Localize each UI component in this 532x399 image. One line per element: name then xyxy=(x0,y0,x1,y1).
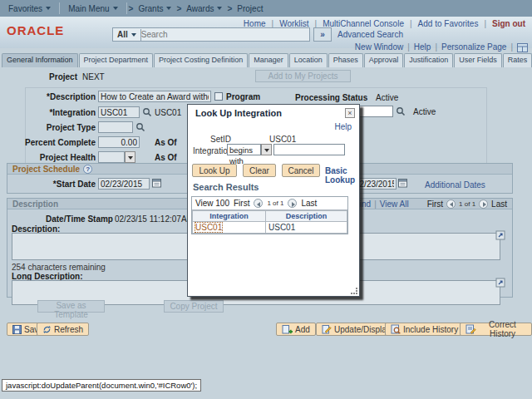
pager-count: 1 of 1 xyxy=(459,200,475,208)
tab-approval[interactable]: Approval xyxy=(364,53,404,67)
add-to-my-projects-button[interactable]: Add to My Projects xyxy=(255,70,351,82)
percent-complete-field[interactable] xyxy=(98,136,140,148)
project-schedule-title: Project Schedule xyxy=(12,165,80,174)
correct-history-button[interactable]: Correct History xyxy=(460,323,532,336)
result-integration-link[interactable]: USC01 xyxy=(195,223,222,232)
integration-field[interactable] xyxy=(98,106,140,118)
tab-location[interactable]: Location xyxy=(289,53,328,67)
column-header-description[interactable]: Description xyxy=(266,211,347,222)
view-all-link[interactable]: View All xyxy=(380,200,409,209)
search-go-icon[interactable]: » xyxy=(313,27,332,42)
prev-page-icon[interactable] xyxy=(254,199,263,208)
as-of-label: As Of xyxy=(155,153,177,162)
end-date-calendar-icon[interactable] xyxy=(398,178,407,188)
breadcrumb-awards[interactable]: Awards xyxy=(183,0,225,17)
project-type-lookup-magnifier-icon[interactable] xyxy=(135,122,145,132)
breadcrumb-project[interactable]: Project xyxy=(234,0,266,17)
status-lookup-magnifier-icon[interactable] xyxy=(396,106,406,116)
caret-down-icon xyxy=(217,7,222,10)
tab-project-department[interactable]: Project Department xyxy=(79,53,154,67)
close-icon[interactable]: × xyxy=(345,108,355,118)
advanced-search-link[interactable]: Advanced Search xyxy=(337,30,403,39)
tab-phases[interactable]: Phases xyxy=(328,53,363,67)
additional-dates-link[interactable]: Additional Dates xyxy=(425,180,485,190)
correct-history-button-label: Correct History xyxy=(479,320,526,338)
breadcrumb-favorites[interactable]: Favorites xyxy=(0,0,59,17)
correct-history-icon xyxy=(466,324,476,334)
status-field[interactable] xyxy=(356,106,393,117)
tab-rates[interactable]: Rates xyxy=(503,53,532,67)
include-history-button-label: Include History xyxy=(403,325,458,334)
basic-lookup-link[interactable]: Basic Lookup xyxy=(325,166,359,185)
pager-count: 1 of 1 xyxy=(267,200,283,207)
save-as-template-button[interactable]: Save as Template xyxy=(37,300,105,313)
status-bar: javascript:doUpdateParent(document.win0,… xyxy=(2,379,201,392)
refresh-button[interactable]: Refresh xyxy=(37,323,89,336)
refresh-button-label: Refresh xyxy=(54,325,83,334)
integration-lookup-magnifier-icon[interactable] xyxy=(142,107,152,117)
include-history-button[interactable]: Include History xyxy=(385,323,464,336)
view-100-label[interactable]: View 100 xyxy=(195,199,229,208)
pager-last-label: Last xyxy=(301,199,317,208)
divider: | xyxy=(510,42,513,52)
table-row: USC01 USC01 xyxy=(193,222,347,234)
breadcrumb-separator: > xyxy=(225,4,234,13)
resize-handle[interactable] xyxy=(351,288,357,294)
cancel-button[interactable]: Cancel xyxy=(282,164,320,177)
breadcrumb-grants[interactable]: Grants xyxy=(135,0,175,17)
project-health-select[interactable] xyxy=(98,151,135,163)
start-date-field[interactable] xyxy=(98,178,150,190)
breadcrumb-grants-label: Grants xyxy=(138,4,163,13)
caret-down-icon[interactable] xyxy=(125,151,135,163)
breadcrumb-main-menu[interactable]: Main Menu xyxy=(60,0,126,17)
operator-select[interactable]: begins with xyxy=(227,144,272,155)
processing-status-value: Active xyxy=(376,93,398,102)
copy-project-button[interactable]: Copy Project xyxy=(164,300,224,313)
expand-icon[interactable] xyxy=(495,278,505,288)
divider: | xyxy=(407,42,410,52)
project-value: NEXT xyxy=(82,72,105,81)
grid-icon[interactable] xyxy=(517,42,528,52)
column-header-integration[interactable]: Integration xyxy=(193,211,266,222)
look-up-button[interactable]: Look Up xyxy=(192,164,237,177)
refresh-icon xyxy=(42,324,52,334)
next-page-icon[interactable] xyxy=(479,200,488,209)
search-scope-dropdown[interactable]: All xyxy=(113,30,140,39)
sign-out-link[interactable]: Sign out xyxy=(492,19,525,28)
add-icon xyxy=(282,324,293,334)
status-value: Active xyxy=(413,107,436,116)
tab-user-fields[interactable]: User Fields xyxy=(454,53,502,67)
modal-help-link[interactable]: Help xyxy=(334,122,352,131)
tab-general-information[interactable]: General Information xyxy=(2,53,78,67)
help-link[interactable]: Help xyxy=(414,42,431,52)
tab-justification[interactable]: Justification xyxy=(404,53,453,67)
start-date-calendar-icon[interactable] xyxy=(152,178,161,188)
tab-project-costing-definition[interactable]: Project Costing Definition xyxy=(154,53,248,67)
pager-first-label: First xyxy=(234,199,249,208)
breadcrumb-favorites-label: Favorites xyxy=(8,4,42,13)
add-button[interactable]: Add xyxy=(276,323,316,336)
processing-status-label: Processing Status xyxy=(295,93,367,102)
divider: | xyxy=(374,200,377,209)
program-label: Program xyxy=(226,92,260,101)
next-page-icon[interactable] xyxy=(288,199,297,208)
expand-icon[interactable] xyxy=(495,230,505,240)
clear-button[interactable]: Clear xyxy=(243,164,276,177)
modal-integration-input[interactable] xyxy=(273,144,345,155)
project-type-field[interactable] xyxy=(98,121,133,133)
search-input[interactable] xyxy=(141,29,309,40)
new-window-link[interactable]: New Window xyxy=(355,42,403,52)
description-field[interactable] xyxy=(98,91,211,102)
multichannel-console-link[interactable]: MultiChannel Console xyxy=(323,19,404,28)
breadcrumb-main-menu-label: Main Menu xyxy=(68,4,109,13)
help-icon[interactable]: ? xyxy=(83,165,92,174)
tab-manager[interactable]: Manager xyxy=(249,53,288,67)
personalize-page-link[interactable]: Personalize Page xyxy=(441,42,506,52)
project-type-label: Project Type xyxy=(0,123,96,132)
program-checkbox[interactable] xyxy=(214,92,223,101)
add-to-favorites-link[interactable]: Add to Favorites xyxy=(418,19,479,28)
description-section-title: Description xyxy=(12,200,58,209)
caret-down-icon[interactable] xyxy=(261,144,272,155)
prev-page-icon[interactable] xyxy=(446,200,456,209)
breadcrumb-awards-label: Awards xyxy=(186,4,214,13)
